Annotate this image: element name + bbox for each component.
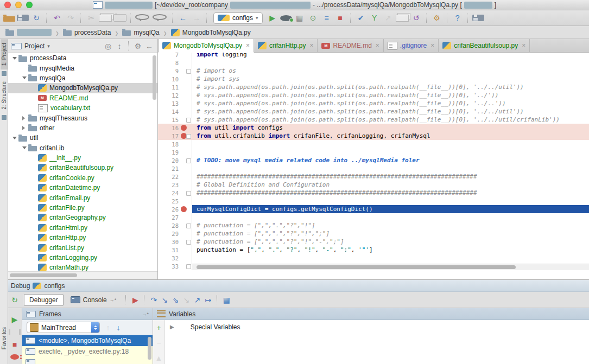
tree-item-MongodbToMysqlQa.py[interactable]: MongodbToMysqlQa.py bbox=[8, 83, 157, 93]
tree-arrow-icon[interactable] bbox=[21, 116, 28, 120]
hide-panel-icon[interactable]: ← bbox=[144, 41, 154, 51]
frame-row-2[interactable] bbox=[22, 357, 153, 364]
chevron-down-icon[interactable]: ▾ bbox=[47, 43, 50, 49]
stop-debug-icon[interactable]: ■ bbox=[10, 340, 19, 349]
tree-item-crifanDatetime.py[interactable]: crifanDatetime.py bbox=[8, 183, 157, 193]
gear-icon[interactable]: ⚙ bbox=[133, 41, 143, 51]
frame-row-0[interactable]: <module>, MongodbToMysqlQa bbox=[22, 335, 153, 346]
editor-tab-.gitignore[interactable]: .gitignore× bbox=[384, 39, 439, 52]
breadcrumb-item-MongodbToMysqlQa.py[interactable]: MongodbToMysqlQa.py bbox=[170, 29, 252, 36]
rerun-icon[interactable]: ↻ bbox=[10, 295, 19, 305]
fold-marker-icon[interactable] bbox=[186, 223, 191, 228]
tree-item-crifanHttp.py[interactable]: crifanHttp.py bbox=[8, 233, 157, 242]
project-vertical-scrollbar[interactable] bbox=[153, 55, 156, 100]
force-step-into-icon[interactable]: ↘ bbox=[182, 295, 191, 305]
code-editor[interactable]: 7import logging89# import os10# import s… bbox=[158, 53, 589, 279]
fold-marker-icon[interactable] bbox=[186, 158, 191, 163]
tree-item-crifanFile.py[interactable]: crifanFile.py bbox=[8, 203, 157, 213]
fold-marker-icon[interactable] bbox=[186, 134, 191, 139]
show-execution-point-icon[interactable]: ▶ bbox=[131, 295, 140, 305]
close-icon[interactable]: × bbox=[430, 42, 434, 49]
copy-icon[interactable] bbox=[99, 15, 112, 22]
tree-item-crifanHtml.py[interactable]: crifanHtml.py bbox=[8, 223, 157, 233]
tree-item-mysqlMedia[interactable]: mysqlMedia bbox=[8, 63, 157, 73]
tree-item-README.md[interactable]: MREADME.md bbox=[8, 93, 157, 103]
collapse-all-icon[interactable]: ↕ bbox=[115, 41, 124, 51]
tree-item-other[interactable]: other bbox=[8, 123, 157, 133]
breadcrumb-item-processData[interactable]: processData bbox=[62, 29, 112, 36]
tree-item-crifanCookie.py[interactable]: crifanCookie.py bbox=[8, 173, 157, 183]
rollback-icon[interactable]: ↺ bbox=[410, 13, 422, 23]
step-into-icon[interactable]: ↘ bbox=[160, 295, 169, 305]
debug-icon[interactable] bbox=[280, 15, 292, 21]
stripe-item-favorites[interactable]: Favorites bbox=[1, 323, 8, 353]
run-configuration-selector[interactable]: configs ▾ bbox=[213, 12, 263, 24]
fold-marker-icon[interactable] bbox=[186, 240, 191, 245]
help-icon[interactable]: ? bbox=[452, 13, 464, 23]
tree-item-crifanEmail.py[interactable]: crifanEmail.py bbox=[8, 193, 157, 202]
debug-tab-debugger[interactable]: Debugger bbox=[24, 294, 64, 306]
tree-item-util[interactable]: util bbox=[8, 133, 157, 143]
stop-icon[interactable]: ■ bbox=[334, 13, 346, 23]
minimize-window-button[interactable] bbox=[15, 2, 22, 8]
step-into-my-code-icon[interactable]: ⇘ bbox=[171, 295, 180, 305]
commit-icon[interactable]: Y bbox=[369, 13, 381, 23]
sync-settings-icon[interactable] bbox=[472, 15, 484, 21]
pin-icon[interactable]: →* bbox=[142, 311, 149, 317]
push-icon[interactable]: ↗ bbox=[382, 13, 394, 23]
frame-up-icon[interactable]: ↑ bbox=[104, 323, 112, 333]
view-breakpoints-icon[interactable] bbox=[10, 354, 19, 360]
breakpoint-icon[interactable] bbox=[181, 125, 187, 131]
close-window-button[interactable] bbox=[4, 2, 11, 8]
tree-arrow-icon[interactable] bbox=[21, 74, 28, 81]
tree-arrow-icon[interactable] bbox=[11, 55, 18, 62]
evaluate-expression-icon[interactable]: ▦ bbox=[222, 295, 231, 305]
tree-item-crifanBeautifulsoup.py[interactable]: crifanBeautifulsoup.py bbox=[8, 163, 157, 173]
close-icon[interactable]: × bbox=[309, 42, 313, 49]
tree-item-crifanLib[interactable]: crifanLib bbox=[8, 143, 157, 153]
shelve-icon[interactable] bbox=[396, 15, 409, 22]
open-project-icon[interactable] bbox=[3, 16, 15, 22]
add-watch-icon[interactable]: + bbox=[155, 323, 163, 333]
editor-horizontal-scrollbar[interactable] bbox=[197, 265, 516, 269]
update-project-icon[interactable]: ✔ bbox=[355, 13, 367, 23]
fold-marker-icon[interactable] bbox=[186, 69, 191, 74]
tree-item-mysqlQa[interactable]: mysqlQa bbox=[8, 73, 157, 83]
synchronize-icon[interactable]: ↻ bbox=[30, 13, 42, 23]
find-icon[interactable] bbox=[135, 14, 149, 20]
fold-marker-icon[interactable] bbox=[186, 118, 191, 123]
stripe-item--structure[interactable]: 2: Structure bbox=[1, 78, 8, 113]
frame-down-icon[interactable]: ↓ bbox=[114, 323, 123, 333]
close-icon[interactable]: × bbox=[522, 42, 525, 49]
tree-item-crifanList.py[interactable]: crifanList.py bbox=[8, 242, 157, 252]
locate-icon[interactable]: ◎ bbox=[103, 41, 113, 51]
tool-window-icon[interactable] bbox=[2, 115, 7, 120]
expand-arrow-icon[interactable]: ▶ bbox=[170, 324, 174, 330]
run-manage-icon[interactable]: ≡ bbox=[321, 13, 333, 23]
thread-selector-stepper[interactable] bbox=[91, 322, 99, 333]
editor-tab-crifanBeautifulsoup.py[interactable]: crifanBeautifulsoup.py× bbox=[439, 39, 530, 52]
tree-item-__init__.py[interactable]: __init__.py bbox=[8, 153, 157, 163]
tree-item-crifanGeography.py[interactable]: crifanGeography.py bbox=[8, 213, 157, 222]
step-over-icon[interactable]: ↷ bbox=[149, 295, 158, 305]
frames-vertical-scrollbar[interactable] bbox=[148, 337, 151, 360]
resume-icon[interactable]: ▶ bbox=[10, 315, 19, 324]
tool-window-icon[interactable] bbox=[2, 71, 7, 76]
frame-row-1[interactable]: execfile, _pydev_execfile.py:18 bbox=[22, 346, 153, 357]
save-all-icon[interactable] bbox=[17, 15, 29, 21]
run-icon[interactable]: ▶ bbox=[267, 13, 278, 23]
tree-arrow-icon[interactable] bbox=[11, 135, 18, 142]
fold-marker-icon[interactable] bbox=[186, 264, 191, 269]
undo-icon[interactable]: ↶ bbox=[51, 13, 63, 23]
breadcrumb-item-redacted[interactable] bbox=[4, 29, 53, 36]
move-watch-up-icon[interactable]: ▲ bbox=[155, 353, 163, 363]
close-icon[interactable]: × bbox=[246, 42, 250, 49]
fold-marker-icon[interactable] bbox=[186, 191, 191, 196]
pause-icon[interactable] bbox=[9, 329, 21, 335]
tree-arrow-icon[interactable] bbox=[21, 126, 28, 130]
stripe-item--project[interactable]: 1: Project bbox=[1, 39, 8, 69]
breakpoint-icon[interactable] bbox=[181, 206, 187, 212]
thread-selector[interactable]: MainThread bbox=[27, 322, 100, 333]
editor-tab-MongodbToMysqlQa.py[interactable]: MongodbToMysqlQa.py× bbox=[158, 39, 254, 53]
tree-item-crifanLogging.py[interactable]: crifanLogging.py bbox=[8, 253, 157, 263]
